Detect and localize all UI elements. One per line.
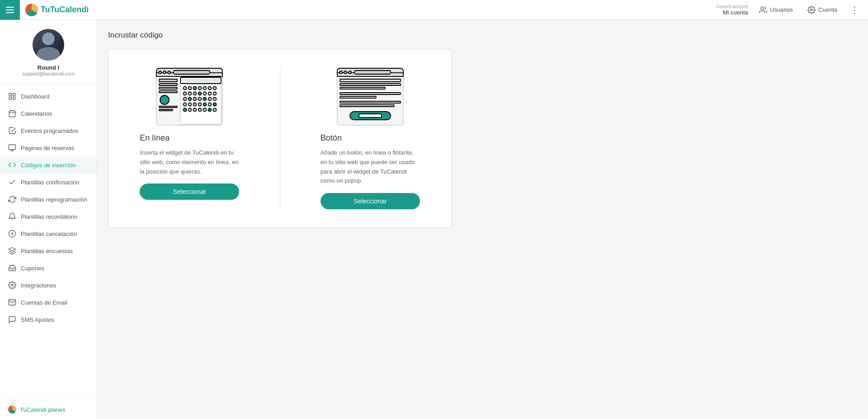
svg-rect-76 (340, 79, 401, 82)
sidebar-item-plantillas-enc[interactable]: Plantillas encuestas (0, 242, 97, 259)
sidebar-label-plantillas-can: Plantillas cancelación (21, 231, 77, 237)
svg-rect-27 (159, 87, 177, 89)
svg-rect-3 (13, 93, 15, 95)
svg-point-38 (203, 87, 207, 90)
logo-icon (25, 4, 38, 16)
refresh-icon (8, 195, 16, 203)
sidebar-nav: Dashboard Calendarios Eventos programado… (0, 84, 97, 400)
sidebar-item-paginas[interactable]: Páginas de reservas (0, 139, 97, 156)
more-options-button[interactable]: ⋮ (848, 3, 861, 17)
sidebar-item-codigos[interactable]: Códigos de inserción (0, 156, 97, 174)
plans-link[interactable]: TuCalendi planes (8, 405, 89, 414)
main-content: Incrustar código (97, 20, 868, 419)
sidebar-label-sms: SMS Ajustes (21, 316, 54, 323)
inline-card-desc: Inserta el widget de TuCalendi en tu sit… (140, 148, 239, 176)
logo-text: TuTuCalendi (41, 5, 89, 14)
svg-rect-5 (13, 97, 15, 99)
sidebar-label-codigos: Códigos de inserción (21, 162, 75, 169)
svg-point-34 (184, 87, 187, 90)
svg-point-55 (184, 103, 187, 106)
svg-point-39 (208, 87, 212, 90)
account-settings-button[interactable]: Cuenta (804, 4, 841, 16)
sidebar-item-plantillas-conf[interactable]: Plantillas confirmación (0, 174, 97, 191)
layers-icon (8, 247, 16, 255)
logo-area: TuTuCalendi (20, 4, 94, 16)
sidebar-label-calendarios: Calendarios (21, 110, 52, 117)
inline-card-title: En línea (140, 133, 239, 143)
button-widget-preview (336, 67, 404, 126)
svg-rect-78 (340, 87, 385, 89)
embed-cards-container: En línea Inserta el widget de TuCalendi … (108, 49, 452, 228)
inbox-icon (8, 264, 16, 272)
svg-point-40 (213, 87, 217, 90)
sidebar-label-paginas: Páginas de reservas (21, 145, 75, 151)
sidebar-item-sms[interactable]: SMS Ajustes (0, 311, 97, 328)
button-card-content: Botón Añade un botón, en línea o flotant… (321, 133, 420, 209)
svg-rect-25 (159, 79, 177, 82)
topbar: TuTuCalendi Current account Mi cuenta Us… (0, 0, 868, 20)
svg-point-60 (208, 103, 212, 106)
users-button[interactable]: Usuarios (755, 4, 797, 16)
monitor-icon (8, 144, 16, 152)
sidebar-label-plantillas-enc: Plantillas encuestas (21, 248, 73, 254)
sidebar-item-integraciones[interactable]: Integraciones (0, 277, 97, 294)
svg-point-54 (213, 98, 217, 101)
svg-rect-4 (9, 97, 11, 99)
bell-icon (8, 212, 16, 221)
svg-point-29 (160, 95, 169, 104)
svg-point-47 (213, 92, 217, 95)
svg-point-62 (184, 108, 187, 112)
svg-point-57 (193, 103, 197, 106)
profile-email: support@tucalendi.com (22, 71, 75, 76)
svg-point-41 (184, 92, 187, 95)
inline-embed-card: En línea Inserta el widget de TuCalendi … (127, 67, 253, 200)
sidebar-label-plantillas-rep: Plantillas reprogramación (21, 196, 87, 203)
svg-point-58 (198, 103, 202, 106)
account-name: Mi cuenta (716, 9, 748, 16)
hamburger-icon (6, 7, 14, 13)
profile-name: Round I (38, 64, 59, 71)
button-embed-card: Botón Añade un botón, en línea o flotant… (307, 67, 434, 209)
svg-rect-26 (159, 84, 177, 85)
calendar-icon (8, 109, 16, 118)
svg-point-65 (198, 108, 202, 112)
avatar (33, 29, 64, 61)
topbar-right: Current account Mi cuenta Usuarios Cuent… (716, 3, 868, 17)
hamburger-button[interactable] (0, 0, 20, 20)
svg-point-51 (198, 98, 202, 101)
svg-marker-16 (9, 248, 16, 251)
svg-rect-84 (359, 114, 382, 118)
sidebar-label-dashboard: Dashboard (21, 93, 50, 100)
sidebar-label-email: Cuentas de Email (21, 299, 67, 306)
inline-select-button[interactable]: Seleccionar (140, 184, 239, 200)
svg-rect-6 (9, 111, 15, 117)
button-select-button[interactable]: Seleccionar (321, 193, 420, 209)
svg-rect-33 (180, 77, 221, 84)
users-label: Usuarios (770, 6, 793, 13)
svg-point-50 (193, 98, 197, 101)
svg-point-43 (193, 92, 197, 95)
sidebar-item-dashboard[interactable]: Dashboard (0, 88, 97, 105)
svg-point-74 (349, 71, 351, 74)
sidebar-label-eventos: Eventos programados (21, 127, 78, 134)
sidebar-item-plantillas-rep[interactable]: Plantillas reprogramación (0, 191, 97, 208)
svg-point-36 (193, 87, 197, 90)
svg-point-72 (340, 71, 342, 74)
sidebar-item-plantillas-rec[interactable]: Plantillas recordatorio (0, 208, 97, 225)
sidebar-item-cupones[interactable]: Cupones (0, 259, 97, 277)
settings-icon (807, 6, 816, 14)
card-divider (280, 67, 280, 209)
svg-point-37 (198, 87, 202, 90)
svg-point-46 (208, 92, 212, 95)
svg-point-59 (203, 103, 207, 106)
users-icon (759, 6, 767, 14)
svg-rect-10 (9, 145, 16, 150)
sidebar-item-calendarios[interactable]: Calendarios (0, 105, 97, 122)
sidebar-item-plantillas-can[interactable]: Plantillas cancelación (0, 225, 97, 242)
avatar-image (33, 29, 64, 61)
sidebar-item-eventos[interactable]: Eventos programados (0, 122, 97, 139)
sidebar-item-email[interactable]: Cuentas de Email (0, 294, 97, 311)
svg-point-21 (159, 71, 161, 74)
code-icon (8, 161, 16, 169)
svg-rect-81 (340, 101, 401, 103)
